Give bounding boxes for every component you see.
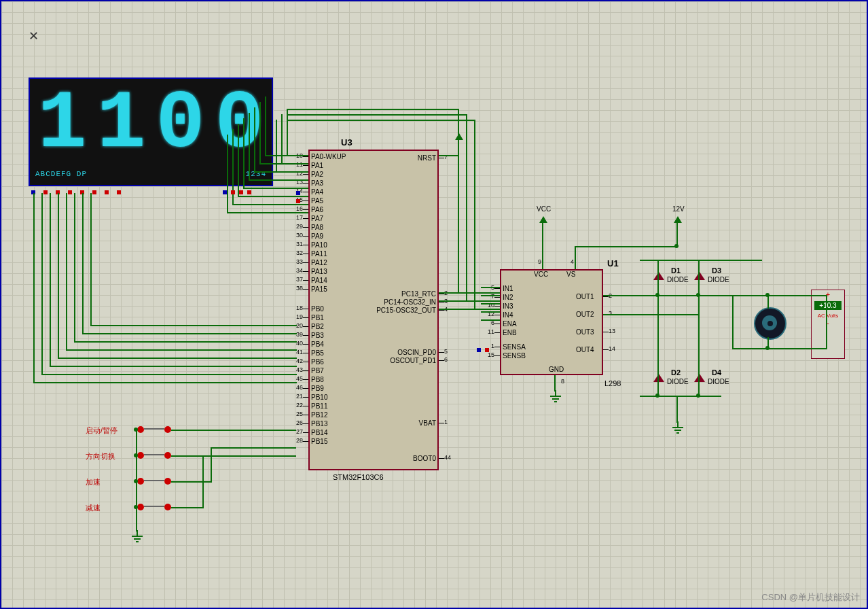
u3-pin-num: 6 xyxy=(444,356,448,363)
wire xyxy=(732,295,827,296)
meter-plus: + xyxy=(812,290,844,298)
u3-pin-name: VBAT xyxy=(364,419,436,427)
wire xyxy=(249,113,250,181)
wire xyxy=(33,382,297,383)
u3-pin-name: PB6 xyxy=(311,358,324,366)
u3-pin-name: PC15-OSC32_OUT xyxy=(364,307,436,314)
wire xyxy=(542,223,543,269)
wire xyxy=(254,171,308,173)
wire xyxy=(732,348,827,349)
u3-pin-name: PB12 xyxy=(311,411,327,419)
u3-part: STM32F103C6 xyxy=(333,473,384,481)
wire xyxy=(259,102,261,164)
wire xyxy=(265,97,266,156)
u3-pin-num: 29 xyxy=(291,223,303,230)
u3-pin-num: 19 xyxy=(291,313,303,320)
u3-pin-name: PA8 xyxy=(311,224,323,231)
wire xyxy=(50,366,297,367)
u3-pin-num: 25 xyxy=(291,411,303,417)
u3-pin-name: PA3 xyxy=(311,179,323,187)
u3-pin-num: 43 xyxy=(291,366,303,373)
u3-pin-num: 46 xyxy=(291,384,303,391)
wire xyxy=(481,311,500,313)
u3-pin-name: PC14-OSC32_IN xyxy=(364,298,436,306)
meter-value: +10.3 xyxy=(814,301,842,310)
u3-pin-num: 5 xyxy=(444,348,448,355)
u3-pin-num: 34 xyxy=(291,267,303,274)
button-speed-down-label: 减速 xyxy=(86,503,101,513)
u3-ref: U3 xyxy=(341,137,352,147)
button-speed-up[interactable] xyxy=(137,476,171,487)
wire xyxy=(281,114,283,164)
u3-pin-num: 11 xyxy=(291,161,303,168)
u3-pin-name: PB9 xyxy=(311,385,324,392)
seg-digits: 1 1 0 0 xyxy=(30,79,272,170)
wire xyxy=(466,114,467,300)
u3-pin-num: 17 xyxy=(291,214,303,221)
u3-pin-num: 26 xyxy=(291,419,303,426)
wire xyxy=(732,295,734,349)
u3-pin-num: 32 xyxy=(291,249,303,256)
wire xyxy=(202,455,204,508)
u3-pin-name: PB7 xyxy=(311,367,324,375)
u1-part: L298 xyxy=(604,379,621,387)
wire xyxy=(171,507,204,508)
wire xyxy=(287,120,474,121)
u3-pin-name: PA4 xyxy=(311,188,323,196)
close-icon[interactable]: ✕ xyxy=(29,29,39,44)
u3-pin-name: PA6 xyxy=(311,206,323,213)
wire xyxy=(66,193,67,351)
wire xyxy=(58,358,297,359)
d3-part: DIODE xyxy=(708,276,729,283)
wire xyxy=(439,292,500,294)
wire xyxy=(243,118,245,189)
u3-pin-num: 38 xyxy=(291,285,303,292)
d2-part: DIODE xyxy=(667,378,689,385)
schematic-canvas[interactable]: ✕ 1 1 0 0 ABCDEFG DP 1234 U3 STM32F103C6… xyxy=(0,0,868,609)
u3-pin-name: PB1 xyxy=(311,314,324,321)
u3-pin-name: BOOT0 xyxy=(364,455,436,462)
button-start-stop[interactable] xyxy=(137,424,171,435)
u3-pin-name: PB0 xyxy=(311,305,324,313)
wire xyxy=(33,193,35,383)
u3-pin-name: PA14 xyxy=(311,277,327,284)
wire xyxy=(826,295,827,349)
u3-pin-num: 30 xyxy=(291,232,303,239)
d4-ref: D4 xyxy=(712,368,721,377)
wire xyxy=(211,447,212,483)
button-start-stop-label: 启动/暂停 xyxy=(86,425,117,436)
u3-pin-name: PA0-WKUP xyxy=(311,153,346,160)
wire xyxy=(603,314,700,315)
button-direction[interactable] xyxy=(137,450,171,461)
seven-seg-display[interactable]: 1 1 0 0 ABCDEFG DP 1234 xyxy=(29,77,273,186)
u3-pin-name: PA1 xyxy=(311,162,323,169)
dc-motor[interactable] xyxy=(754,307,786,340)
wire xyxy=(227,212,308,213)
meter-minus: - xyxy=(812,319,844,327)
u3-pin-name: NRST xyxy=(364,154,436,162)
vcc-arrow-icon xyxy=(539,216,547,223)
u3-pin-num: 28 xyxy=(291,437,303,444)
display-pin-row xyxy=(31,190,121,194)
u3-pin-name: PB2 xyxy=(311,323,324,330)
d4-part: DIODE xyxy=(708,378,729,385)
wire xyxy=(90,325,297,326)
button-speed-down[interactable] xyxy=(137,502,171,512)
u3-pin-name: PC13_RTC xyxy=(364,290,436,298)
u3-pin-name: PB15 xyxy=(311,438,327,445)
wire xyxy=(74,193,75,343)
u3-pin-num: 33 xyxy=(291,258,303,265)
u3-pin-name: PA5 xyxy=(311,197,323,205)
wire xyxy=(287,109,458,110)
wire xyxy=(243,188,308,189)
wire xyxy=(50,193,51,367)
u3-pin-num: 45 xyxy=(291,375,303,382)
u3-pin-num: 21 xyxy=(291,393,303,400)
d2-ref: D2 xyxy=(671,368,681,377)
wire xyxy=(90,193,92,326)
wire xyxy=(481,295,500,296)
wire xyxy=(640,260,762,261)
button-speed-up-label: 加速 xyxy=(86,477,101,487)
u3-pin-num: 37 xyxy=(291,276,303,283)
u3-pin-name: PB13 xyxy=(311,420,327,428)
